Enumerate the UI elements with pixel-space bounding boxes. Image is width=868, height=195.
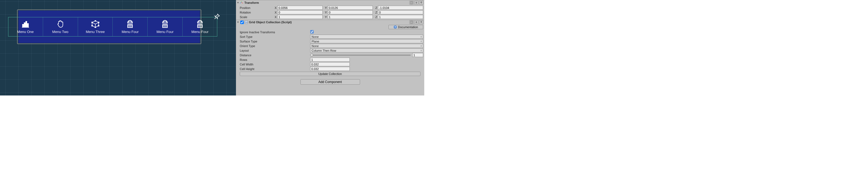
hand-skeleton-icon (127, 20, 133, 28)
svg-rect-2 (24, 23, 25, 27)
chevron-updown-icon: ‡ (421, 35, 422, 38)
svg-text:?: ? (411, 2, 412, 4)
preset-button[interactable] (414, 20, 418, 24)
context-menu-button[interactable] (419, 1, 424, 5)
menu-row: Menu One Menu Two Menu Three Menu Four M… (8, 17, 217, 37)
hand-skeleton-icon (162, 20, 168, 28)
inspector-panel: ▼ Transform ? Position X Y Z Rotation X … (236, 0, 424, 95)
position-z-input[interactable] (378, 6, 423, 10)
svg-point-9 (92, 25, 93, 26)
menu-item-two[interactable]: Menu Two (43, 17, 78, 37)
svg-line-26 (215, 17, 216, 19)
menu-item-four-c[interactable]: Menu Four (183, 17, 217, 37)
svg-point-5 (95, 20, 96, 22)
svg-line-29 (240, 2, 241, 3)
svg-point-6 (98, 22, 99, 23)
ignore-inactive-checkbox[interactable] (310, 30, 314, 34)
svg-point-15 (132, 22, 133, 23)
hand-icon (57, 20, 64, 28)
foldout-icon[interactable]: ▼ (237, 1, 240, 4)
transform-title: Transform (244, 1, 409, 4)
cell-height-input[interactable] (310, 67, 350, 71)
menu-item-one[interactable]: Menu One (8, 17, 43, 37)
rotation-label: Rotation (240, 11, 273, 14)
menu-label: Menu Four (191, 30, 209, 34)
documentation-button[interactable]: ?Documentation (389, 25, 423, 29)
rotation-y-input[interactable] (328, 10, 373, 14)
position-label: Position (240, 6, 273, 9)
svg-point-17 (163, 21, 164, 22)
chevron-updown-icon: ‡ (421, 49, 422, 52)
svg-point-8 (98, 25, 99, 26)
menu-item-three[interactable]: Menu Three (78, 17, 113, 37)
transform-body: Position X Y Z Rotation X Y Z Scale X Y … (236, 5, 424, 20)
svg-rect-4 (27, 24, 28, 27)
svg-point-21 (197, 22, 198, 23)
axis-z: Z (374, 6, 377, 9)
pin-icon[interactable] (214, 13, 220, 20)
sort-type-dropdown[interactable]: None‡ (310, 35, 423, 39)
surface-type-label: Surface Type (240, 40, 310, 43)
svg-point-19 (166, 21, 167, 22)
slider-thumb[interactable] (310, 53, 313, 56)
component-enabled-checkbox[interactable] (240, 21, 244, 24)
rows-label: Rows (240, 58, 310, 62)
svg-point-10 (95, 27, 96, 28)
update-collection-button[interactable]: Update Collection (240, 72, 421, 76)
svg-point-18 (165, 20, 165, 21)
grid-collection-title: Grid Object Collection (Script) (249, 21, 409, 24)
svg-point-24 (201, 21, 202, 22)
menu-item-four-b[interactable]: Menu Four (148, 17, 183, 37)
scale-z-input[interactable] (378, 15, 423, 19)
scene-view[interactable]: Menu One Menu Two Menu Three Menu Four M… (0, 0, 236, 95)
orient-type-dropdown[interactable]: None‡ (310, 44, 423, 48)
preset-button[interactable] (414, 1, 418, 5)
chevron-updown-icon: ‡ (421, 45, 422, 47)
chevron-updown-icon: ‡ (421, 40, 422, 42)
transform-header[interactable]: ▼ Transform ? (236, 0, 424, 5)
foldout-icon[interactable]: ▼ (237, 21, 240, 24)
menu-label: Menu Four (157, 30, 174, 34)
help-button[interactable]: ? (409, 1, 414, 5)
rows-input[interactable] (310, 57, 350, 62)
position-x-input[interactable] (277, 6, 323, 10)
help-button[interactable]: ? (409, 20, 414, 24)
bar-chart-icon (22, 20, 29, 28)
position-y-input[interactable] (328, 6, 373, 10)
svg-point-22 (198, 21, 199, 22)
svg-rect-3 (26, 22, 27, 27)
cell-width-input[interactable] (310, 62, 350, 66)
svg-point-12 (128, 21, 129, 22)
svg-point-7 (92, 22, 93, 23)
svg-point-23 (200, 20, 200, 21)
svg-text:?: ? (411, 21, 412, 24)
rotation-z-input[interactable] (378, 10, 423, 14)
scale-label: Scale (240, 15, 273, 19)
menu-item-four-a[interactable]: Menu Four (113, 17, 148, 37)
surface-type-dropdown[interactable]: Plane‡ (310, 39, 423, 43)
menu-label: Menu One (17, 30, 34, 34)
svg-point-16 (162, 22, 163, 23)
menu-label: Menu Two (52, 30, 68, 34)
rotation-x-input[interactable] (277, 10, 323, 14)
script-icon: C# (245, 21, 248, 24)
transform-axes-icon (240, 1, 243, 5)
svg-line-28 (241, 2, 243, 3)
cell-height-label: Cell Height (240, 67, 310, 71)
distance-slider[interactable] (310, 54, 411, 56)
layout-dropdown[interactable]: Column Then Row‡ (310, 48, 423, 52)
context-menu-button[interactable] (419, 20, 424, 24)
layout-label: Layout (240, 49, 310, 52)
axis-y: Y (324, 6, 327, 9)
ignore-inactive-label: Ignore Inactive Transforms (240, 31, 310, 34)
grid-collection-header[interactable]: ▼ C# Grid Object Collection (Script) ? (236, 20, 424, 24)
distance-input[interactable] (412, 53, 423, 57)
scale-y-input[interactable] (328, 15, 373, 19)
hand-skeleton-icon (197, 20, 203, 28)
distance-label: Distance (240, 53, 310, 57)
svg-point-25 (202, 22, 203, 23)
add-component-button[interactable]: Add Component (301, 79, 360, 85)
scale-x-input[interactable] (277, 15, 323, 19)
orient-type-label: Orient Type (240, 44, 310, 48)
menu-label: Menu Four (122, 30, 139, 34)
